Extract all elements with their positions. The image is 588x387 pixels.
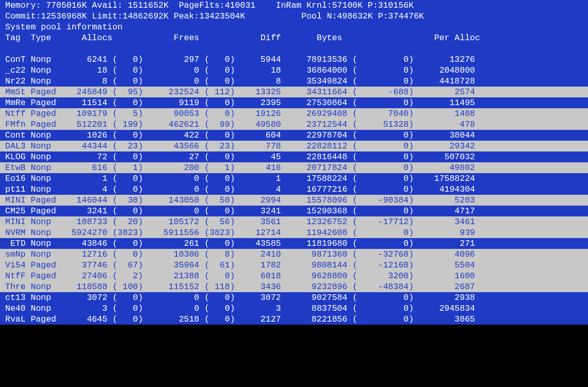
pool-table-body: ConT Nonp 6241 ( 0) 297 ( 0) 5944 789135… xyxy=(0,54,588,325)
table-row: EtwB Nonp 616 ( 1) 200 ( 1) 416 20717824… xyxy=(0,162,588,173)
table-row: Cont Nonp 1026 ( 0) 422 ( 0) 604 2297870… xyxy=(0,130,588,141)
table-row: ETD Nonp 43846 ( 0) 261 ( 0) 43585 11819… xyxy=(0,238,588,249)
table-row: _c22 Nonp 18 ( 0) 0 ( 0) 18 36864000 ( 0… xyxy=(0,65,588,76)
table-row: Ntff Paged 109179 ( 5) 90053 ( 0) 19126 … xyxy=(0,108,588,119)
table-row: Thre Nonp 118588 ( 100) 115152 ( 118) 34… xyxy=(0,281,588,292)
table-row: Eo16 Nonp 1 ( 0) 0 ( 0) 1 17588224 ( 0) … xyxy=(0,173,588,184)
table-row: smNp Nonp 12716 ( 0) 10306 ( 8) 2410 987… xyxy=(0,249,588,260)
table-row: MINI Paged 146044 ( 30) 143050 ( 50) 299… xyxy=(0,195,588,206)
table-row: CM25 Paged 3241 ( 0) 0 ( 0) 3241 1529036… xyxy=(0,206,588,216)
column-headers: Tag Type Allocs Frees Diff Bytes Per All… xyxy=(0,32,588,43)
table-row: KLOG Nonp 72 ( 0) 27 ( 0) 45 22816448 ( … xyxy=(0,152,588,162)
table-row: Ne40 Nonp 3 ( 0) 0 ( 0) 3 8837504 ( 0) 2… xyxy=(0,303,588,314)
table-row: MmRe Paged 11514 ( 0) 9119 ( 0) 2395 275… xyxy=(0,97,588,108)
memory-header-line2: Commit:12536968K Limit:14862692K Peak:13… xyxy=(0,11,588,22)
table-row: MmSt Paged 245849 ( 95) 232524 ( 112) 13… xyxy=(0,87,588,97)
memory-header-line3: System pool information xyxy=(0,22,588,32)
table-row: DAL3 Nonp 44344 ( 23) 43566 ( 23) 778 22… xyxy=(0,141,588,152)
table-row: NVRM Nonp 5924270 (3823) 5911556 (3823) … xyxy=(0,227,588,238)
table-row: Nr22 Nonp 8 ( 0) 0 ( 0) 8 35349824 ( 0) … xyxy=(0,76,588,87)
blank-row xyxy=(0,43,588,54)
table-row: NtfF Paged 27406 ( 2) 21388 ( 0) 6018 96… xyxy=(0,271,588,281)
table-row: ConT Nonp 6241 ( 0) 297 ( 0) 5944 789135… xyxy=(0,54,588,65)
pool-monitor-screen: Memory: 7705016K Avail: 1511652K PageFlt… xyxy=(0,0,588,325)
table-row: RvaL Paged 4645 ( 0) 2518 ( 0) 2127 8221… xyxy=(0,314,588,325)
table-row: MINI Nonp 108733 ( 20) 105172 ( 56) 3561… xyxy=(0,216,588,227)
table-row: Vi54 Paged 37746 ( 67) 35964 ( 61) 1782 … xyxy=(0,260,588,271)
table-row: pt11 Nonp 4 ( 0) 0 ( 0) 4 16777216 ( 0) … xyxy=(0,184,588,195)
table-row: ct13 Nonp 3072 ( 0) 0 ( 0) 3072 9027584 … xyxy=(0,292,588,303)
memory-header-line1: Memory: 7705016K Avail: 1511652K PageFlt… xyxy=(0,0,588,11)
table-row: FMfn Paged 512201 ( 199) 462621 ( 99) 49… xyxy=(0,119,588,130)
